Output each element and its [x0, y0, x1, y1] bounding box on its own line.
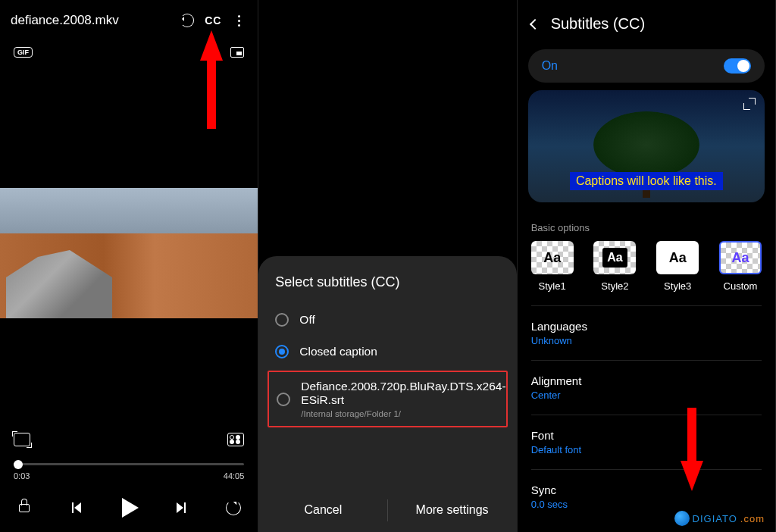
alignment-setting[interactable]: Alignment Center: [518, 364, 775, 412]
rotate-icon[interactable]: [179, 12, 196, 29]
style-selector: Aa Style1 Aa Style2 Aa Style3 Aa Custom: [518, 241, 775, 292]
watermark-logo-icon: [674, 511, 690, 526]
annotation-arrow-icon: [200, 30, 223, 132]
settings-title: Subtitles (CC): [551, 15, 645, 33]
lock-button[interactable]: [14, 497, 35, 518]
cancel-button[interactable]: Cancel: [258, 488, 387, 532]
loop-button[interactable]: [223, 497, 244, 518]
caption-sample-text: Captions will look like this.: [570, 172, 723, 190]
capture-icon[interactable]: [14, 433, 30, 446]
select-subtitles-panel: Select subtitles (CC) Off Closed caption…: [258, 0, 517, 532]
next-button[interactable]: [171, 497, 192, 518]
radio-icon: [275, 313, 289, 327]
style-2-option[interactable]: Aa Style2: [593, 241, 636, 292]
subtitles-sheet: Select subtitles (CC) Off Closed caption…: [258, 256, 516, 532]
back-icon[interactable]: [530, 18, 540, 29]
annotation-arrow-icon: [681, 408, 703, 494]
radio-icon: [275, 345, 289, 358]
languages-setting[interactable]: Languages Unknown: [518, 309, 775, 357]
video-player-panel: defiance.2008.mkv CC GIF 0:03 44:05: [0, 0, 258, 532]
cc-button[interactable]: CC: [205, 12, 221, 29]
style-swatch: Aa: [656, 241, 699, 274]
font-setting[interactable]: Font Default font: [518, 418, 775, 466]
style-swatch: Aa: [719, 241, 762, 274]
option-off[interactable]: Off: [258, 304, 516, 336]
preview-tree: [593, 111, 699, 178]
pip-icon[interactable]: [230, 47, 244, 58]
more-settings-button[interactable]: More settings: [388, 488, 517, 532]
option-closed-caption[interactable]: Closed caption: [258, 336, 516, 368]
expand-icon[interactable]: [743, 98, 756, 110]
style-1-option[interactable]: Aa Style1: [531, 241, 574, 292]
subtitles-toggle[interactable]: On: [528, 49, 765, 83]
sheet-actions: Cancel More settings: [258, 488, 516, 532]
video-frame[interactable]: [0, 188, 258, 318]
time-total: 44:05: [224, 471, 245, 480]
highlighted-option: Defiance.2008.720p.BluRay.DTS.x264-ESiR.…: [268, 371, 507, 427]
time-current: 0:03: [14, 471, 30, 480]
subtitles-settings-panel: Subtitles (CC) On Captions will look lik…: [518, 0, 776, 532]
watermark: DIGIATO.com: [674, 511, 765, 526]
more-options-icon[interactable]: [230, 12, 247, 29]
style-custom-option[interactable]: Aa Custom: [719, 241, 762, 292]
previous-button[interactable]: [66, 497, 87, 518]
player-controls-area: 0:03 44:05: [0, 424, 258, 532]
style-swatch: Aa: [531, 241, 574, 274]
settings-header: Subtitles (CC): [518, 0, 775, 45]
caption-preview[interactable]: Captions will look like this.: [528, 90, 765, 202]
style-swatch: Aa: [593, 241, 636, 274]
style-3-option[interactable]: Aa Style3: [656, 241, 699, 292]
section-basic-options: Basic options: [518, 210, 775, 241]
gif-button[interactable]: GIF: [14, 47, 33, 58]
aspect-icon[interactable]: [227, 433, 244, 446]
progress-slider[interactable]: [14, 463, 244, 465]
switch-icon: [724, 58, 751, 74]
play-button[interactable]: [118, 497, 139, 518]
radio-icon: [277, 393, 290, 406]
toggle-label: On: [542, 59, 558, 73]
sheet-title: Select subtitles (CC): [258, 274, 516, 304]
option-srt-file[interactable]: Defiance.2008.720p.BluRay.DTS.x264-ESiR.…: [277, 380, 498, 418]
video-title: defiance.2008.mkv: [11, 13, 170, 28]
